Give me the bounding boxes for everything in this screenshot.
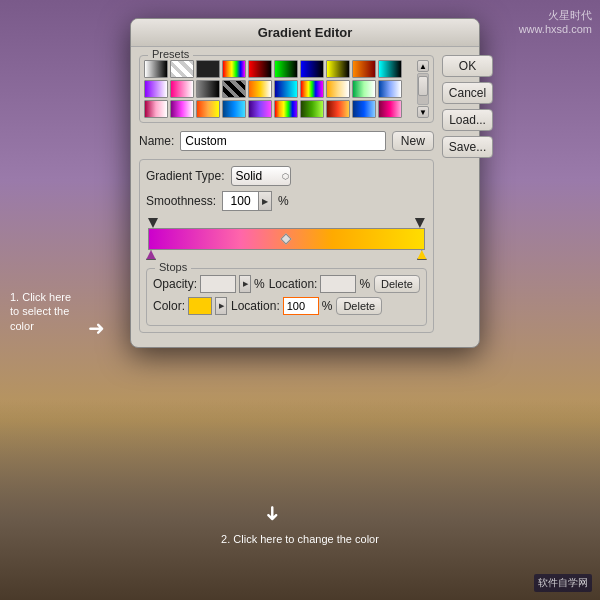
gradient-bar[interactable] (148, 228, 425, 250)
stops-label: Stops (155, 261, 191, 273)
color-stepper-btn[interactable]: ▶ (215, 297, 227, 315)
preset-3[interactable] (196, 60, 220, 78)
smoothness-row: Smoothness: ▶ % (146, 191, 427, 211)
preset-26[interactable] (274, 100, 298, 118)
color-location-input[interactable] (283, 297, 319, 315)
stops-section: Stops Opacity: ▶ % Location: % (146, 268, 427, 326)
preset-14[interactable] (222, 80, 246, 98)
gradient-type-row: Gradient Type: Solid Noise (146, 166, 427, 186)
preset-10[interactable] (378, 60, 402, 78)
preset-15[interactable] (248, 80, 272, 98)
preset-24[interactable] (222, 100, 246, 118)
preset-11[interactable] (144, 80, 168, 98)
opacity-location-input[interactable] (320, 275, 356, 293)
watermark-top: 火星时代 www.hxsd.com (519, 8, 592, 35)
load-button[interactable]: Load... (442, 109, 493, 131)
color-location-field: Location: % (231, 297, 332, 315)
scroll-thumb (418, 76, 428, 96)
gradient-type-select[interactable]: Solid Noise (231, 166, 291, 186)
save-button[interactable]: Save... (442, 136, 493, 158)
name-input[interactable] (180, 131, 386, 151)
gradient-editor-dialog: Gradient Editor Presets (130, 18, 480, 348)
preset-12[interactable] (170, 80, 194, 98)
presets-label: Presets (148, 48, 193, 60)
preset-1[interactable] (144, 60, 168, 78)
opacity-unit: % (254, 277, 265, 291)
background-mountains (0, 400, 600, 600)
color-field: Color: ▶ (153, 297, 227, 315)
color-stop-right[interactable] (417, 250, 427, 260)
new-button[interactable]: New (392, 131, 434, 151)
color-stop-left[interactable] (146, 250, 156, 260)
preset-17[interactable] (300, 80, 324, 98)
gradient-section: Gradient Type: Solid Noise Smoothness: ▶ (139, 159, 434, 333)
opacity-label: Opacity: (153, 277, 197, 291)
presets-grid (144, 60, 414, 118)
preset-23[interactable] (196, 100, 220, 118)
color-swatch[interactable] (188, 297, 212, 315)
color-location-label: Location: (231, 299, 280, 313)
opacity-stops-row: Opacity: ▶ % Location: % Delete (153, 275, 420, 293)
arrow-left-icon: ➜ (88, 316, 105, 340)
preset-28[interactable] (326, 100, 350, 118)
color-stops-row: Color: ▶ Location: % Delete (153, 297, 420, 315)
midpoint-diamond[interactable] (281, 233, 292, 244)
color-label: Color: (153, 299, 185, 313)
opacity-delete-button[interactable]: Delete (374, 275, 420, 293)
preset-25[interactable] (248, 100, 272, 118)
presets-content: ▲ ▼ (144, 60, 429, 118)
dialog-title: Gradient Editor (131, 19, 479, 47)
preset-4[interactable] (222, 60, 246, 78)
name-row: Name: New (139, 131, 434, 151)
smoothness-label: Smoothness: (146, 194, 216, 208)
smoothness-unit: % (278, 194, 289, 208)
preset-21[interactable] (144, 100, 168, 118)
presets-group: Presets (139, 55, 434, 123)
preset-2[interactable] (170, 60, 194, 78)
scroll-up-arrow[interactable]: ▲ (417, 60, 429, 72)
color-delete-button[interactable]: Delete (336, 297, 382, 315)
smoothness-input[interactable] (222, 191, 258, 211)
dialog-main: Presets (139, 55, 434, 339)
presets-row-1 (144, 60, 414, 78)
presets-row-3 (144, 100, 414, 118)
scroll-track[interactable] (417, 73, 429, 105)
annotation-bottom: 2. Click here to change the color (221, 533, 379, 545)
opacity-stop-right[interactable] (415, 218, 425, 228)
presets-scrollbar: ▲ ▼ (417, 60, 429, 118)
preset-6[interactable] (274, 60, 298, 78)
cancel-button[interactable]: Cancel (442, 82, 493, 104)
annotation-left: 1. Click here to select the color (10, 290, 90, 333)
opacity-input[interactable] (200, 275, 236, 293)
preset-29[interactable] (352, 100, 376, 118)
ok-button[interactable]: OK (442, 55, 493, 77)
opacity-location-field: Location: % (269, 275, 370, 293)
preset-13[interactable] (196, 80, 220, 98)
preset-5[interactable] (248, 60, 272, 78)
preset-22[interactable] (170, 100, 194, 118)
preset-8[interactable] (326, 60, 350, 78)
preset-20[interactable] (378, 80, 402, 98)
preset-27[interactable] (300, 100, 324, 118)
opacity-field: Opacity: ▶ % (153, 275, 265, 293)
scroll-down-arrow[interactable]: ▼ (417, 106, 429, 118)
name-label: Name: (139, 134, 174, 148)
smoothness-stepper: ▶ (222, 191, 272, 211)
preset-16[interactable] (274, 80, 298, 98)
arrow-up-icon: ➜ (261, 505, 285, 522)
preset-19[interactable] (352, 80, 376, 98)
watermark-bottom: 软件自学网 (534, 574, 592, 592)
opacity-stepper-btn[interactable]: ▶ (239, 275, 251, 293)
preset-30[interactable] (378, 100, 402, 118)
gradient-top-stops (150, 216, 423, 228)
color-location-unit: % (322, 299, 333, 313)
preset-9[interactable] (352, 60, 376, 78)
opacity-stop-left[interactable] (148, 218, 158, 228)
smoothness-stepper-btn[interactable]: ▶ (258, 191, 272, 211)
gradient-bar-area (146, 216, 427, 264)
opacity-location-unit: % (359, 277, 370, 291)
opacity-location-label: Location: (269, 277, 318, 291)
preset-18[interactable] (326, 80, 350, 98)
dialog-buttons: OK Cancel Load... Save... (442, 55, 493, 339)
preset-7[interactable] (300, 60, 324, 78)
